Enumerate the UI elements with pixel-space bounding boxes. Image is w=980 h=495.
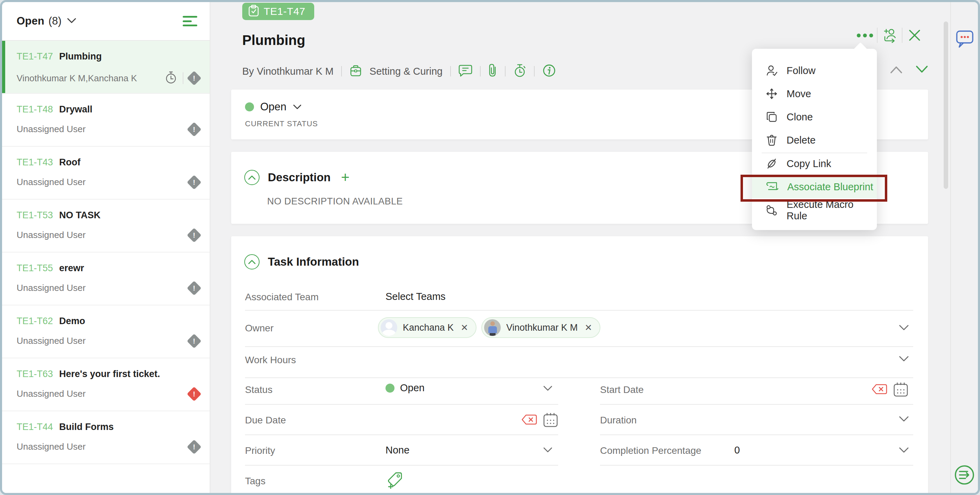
task-row-te1-t62[interactable]: TE1-T62Demo Unassigned User bbox=[2, 305, 210, 359]
field-divider bbox=[600, 435, 913, 435]
close-icon[interactable] bbox=[902, 29, 927, 42]
priority-none-icon bbox=[187, 122, 201, 136]
task-assignee: Unassigned User bbox=[17, 177, 86, 187]
feedback-chat-icon[interactable] bbox=[956, 30, 974, 51]
description-title: Description bbox=[268, 171, 331, 184]
task-id: TE1-T53 bbox=[17, 210, 53, 221]
info-icon[interactable] bbox=[542, 63, 556, 79]
field-divider bbox=[245, 465, 558, 466]
chevron-down-icon bbox=[293, 104, 302, 110]
priority-none-icon bbox=[187, 228, 201, 242]
owner-name: Kanchana K bbox=[403, 322, 453, 333]
add-tag-icon[interactable] bbox=[388, 471, 403, 490]
owner-chip-kanchana[interactable]: Kanchana K ✕ bbox=[378, 317, 477, 338]
priority-none-icon bbox=[187, 71, 201, 86]
collapse-task-info-icon[interactable] bbox=[244, 254, 259, 270]
milestone-label[interactable]: Setting & Curing bbox=[369, 66, 442, 77]
menu-item-label: Execute Macro Rule bbox=[787, 199, 877, 222]
task-title: erewr bbox=[59, 263, 84, 274]
meta-separator bbox=[534, 66, 535, 76]
status-value: Open bbox=[260, 101, 286, 113]
status-dropdown-icon[interactable] bbox=[542, 385, 553, 393]
field-divider bbox=[245, 310, 913, 311]
completion-label: Completion Percentage bbox=[600, 445, 702, 456]
icon-separator bbox=[183, 72, 183, 84]
menu-item-execute-macro-rule[interactable]: Execute Macro Rule bbox=[752, 200, 877, 221]
task-assignee: Unassigned User bbox=[17, 441, 86, 452]
task-row-te1-t48[interactable]: TE1-T48Drywall Unassigned User bbox=[2, 94, 210, 147]
task-row-te1-t43[interactable]: TE1-T43Roof Unassigned User bbox=[2, 147, 210, 200]
work-hours-label: Work Hours bbox=[245, 355, 296, 366]
menu-item-label: Move bbox=[787, 88, 811, 100]
clear-start-date-icon[interactable] bbox=[871, 384, 887, 396]
remove-owner-icon[interactable]: ✕ bbox=[461, 322, 468, 333]
task-row-te1-t63[interactable]: TE1-T63Here's your first ticket. Unassig… bbox=[2, 359, 210, 411]
menu-item-follow[interactable]: Follow bbox=[752, 60, 877, 81]
reassign-user-icon[interactable] bbox=[878, 28, 902, 43]
task-id: TE1-T44 bbox=[17, 422, 53, 432]
filter-chevron-down-icon[interactable] bbox=[67, 17, 77, 25]
menu-item-label: Delete bbox=[787, 135, 816, 146]
avatar-placeholder-icon bbox=[381, 319, 397, 336]
task-row-te1-t47[interactable]: TE1-T47Plumbing Vinothkumar K M,Kanchana… bbox=[2, 41, 210, 94]
task-row-te1-t44[interactable]: TE1-T44Build Forms Unassigned User bbox=[2, 411, 210, 464]
owner-chip-vinothkumar[interactable]: Vinothkumar K M ✕ bbox=[481, 317, 600, 338]
task-row-te1-t55[interactable]: TE1-T55erewr Unassigned User bbox=[2, 252, 210, 305]
description-empty-text: NO DESCRIPTION AVAILABLE bbox=[267, 196, 403, 207]
work-hours-expand-icon[interactable] bbox=[898, 355, 909, 363]
priority-label: Priority bbox=[245, 445, 275, 456]
scrollbar-thumb[interactable] bbox=[943, 21, 948, 189]
menu-item-move[interactable]: Move bbox=[752, 84, 877, 104]
associated-team-field[interactable]: Select Teams bbox=[385, 291, 446, 302]
previous-task-icon[interactable] bbox=[889, 65, 903, 75]
status-dropdown[interactable]: Open bbox=[245, 101, 302, 113]
field-divider bbox=[245, 435, 558, 435]
status-field-label: Status bbox=[245, 384, 272, 395]
more-options-icon[interactable] bbox=[853, 33, 877, 37]
milestone-icon bbox=[350, 64, 362, 78]
list-menu-icon[interactable] bbox=[183, 16, 197, 26]
status-dot-icon bbox=[245, 102, 254, 111]
due-date-calendar-icon[interactable] bbox=[542, 412, 558, 429]
field-divider bbox=[245, 378, 913, 378]
log-time-icon[interactable] bbox=[513, 63, 527, 79]
menu-item-clone[interactable]: Clone bbox=[752, 107, 877, 127]
transition-shortcut-icon[interactable] bbox=[954, 464, 975, 487]
priority-dropdown-icon[interactable] bbox=[542, 447, 553, 455]
tags-label: Tags bbox=[245, 476, 266, 487]
next-task-icon[interactable] bbox=[915, 65, 929, 75]
task-title: Build Forms bbox=[59, 422, 114, 432]
completion-field[interactable]: 0 bbox=[734, 444, 740, 456]
task-meta-row: By Vinothkumar K M Setting & Curing bbox=[242, 63, 556, 79]
field-divider bbox=[600, 465, 913, 466]
collapse-description-icon[interactable] bbox=[244, 170, 259, 185]
status-caption: CURRENT STATUS bbox=[245, 119, 318, 129]
task-id-badge-label: TE1-T47 bbox=[264, 6, 305, 17]
field-divider bbox=[245, 346, 913, 347]
duration-label: Duration bbox=[600, 415, 637, 426]
task-assignee: Unassigned User bbox=[17, 336, 86, 346]
menu-item-associate-blueprint[interactable]: Associate Blueprint bbox=[752, 175, 877, 198]
menu-item-copy-link[interactable]: Copy Link bbox=[752, 154, 877, 174]
priority-field[interactable]: None bbox=[385, 444, 409, 456]
status-field-value: Open bbox=[400, 382, 425, 393]
attachment-icon[interactable] bbox=[488, 63, 497, 79]
task-title: Here's your first ticket. bbox=[59, 369, 160, 379]
comments-icon[interactable] bbox=[458, 64, 473, 79]
start-date-calendar-icon[interactable] bbox=[893, 382, 909, 399]
owner-dropdown-icon[interactable] bbox=[898, 324, 909, 332]
clear-due-date-icon[interactable] bbox=[521, 414, 537, 427]
completion-dropdown-icon[interactable] bbox=[898, 447, 909, 455]
menu-item-delete[interactable]: Delete bbox=[752, 130, 877, 150]
task-id: TE1-T62 bbox=[17, 316, 53, 327]
add-description-button[interactable]: + bbox=[341, 170, 350, 185]
menu-item-label: Associate Blueprint bbox=[787, 181, 873, 193]
right-utility-rail bbox=[950, 2, 978, 493]
timer-icon bbox=[165, 71, 177, 86]
priority-none-icon bbox=[187, 439, 201, 454]
duration-expand-icon[interactable] bbox=[898, 416, 909, 424]
task-row-te1-t53[interactable]: TE1-T53NO TASK Unassigned User bbox=[2, 200, 210, 252]
status-field[interactable]: Open bbox=[385, 382, 425, 393]
filter-label[interactable]: Open bbox=[17, 15, 44, 27]
remove-owner-icon[interactable]: ✕ bbox=[585, 322, 592, 333]
